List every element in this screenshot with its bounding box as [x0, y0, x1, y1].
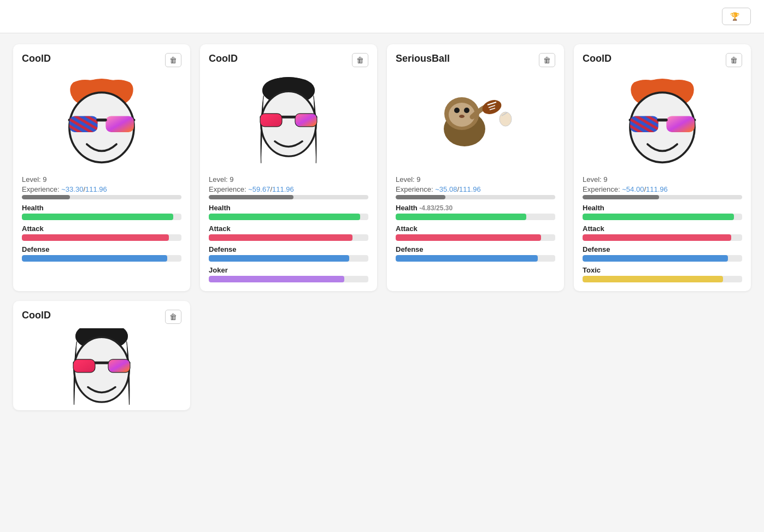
health-bar	[209, 214, 360, 220]
card-name: CoolD	[583, 53, 612, 64]
defense-label: Defense	[396, 245, 555, 253]
attack-bar-bg	[583, 234, 742, 241]
attack-label: Attack	[583, 224, 742, 233]
trophy-icon: 🏆	[730, 12, 739, 21]
defense-label: Defense	[209, 245, 368, 253]
card-name: SeriousBall	[396, 53, 450, 64]
health-label: Health	[209, 204, 368, 212]
svg-point-57	[454, 108, 460, 113]
emote-card-partial: CoolD 🗑	[13, 301, 190, 410]
exp-bar	[396, 195, 445, 199]
svg-rect-78	[657, 119, 668, 121]
exp-bar	[209, 195, 293, 199]
health-label: Health	[583, 204, 742, 212]
defense-bar-bg	[209, 255, 368, 262]
bottom-row: CoolD 🗑	[13, 301, 751, 410]
extra-label: Toxic	[583, 266, 742, 274]
delete-button[interactable]: 🗑	[165, 310, 181, 324]
exp-bar-bg	[209, 195, 368, 199]
svg-rect-52	[296, 114, 317, 126]
battle-logs-button[interactable]: 🏆	[722, 8, 751, 25]
health-bar-bg	[22, 214, 181, 220]
emote-image-area	[396, 72, 555, 170]
page-wrapper: 🏆 CoolD 🗑	[0, 0, 764, 421]
delete-button[interactable]: 🗑	[352, 53, 368, 67]
defense-label: Defense	[22, 245, 181, 253]
svg-rect-85	[109, 359, 130, 372]
health-bar	[22, 214, 173, 220]
health-label: Health -4.83/25.30	[396, 204, 555, 212]
exp-bar	[22, 195, 70, 199]
attack-bar-bg	[396, 234, 555, 241]
svg-rect-77	[666, 116, 695, 132]
level-text: Level: 9	[583, 175, 742, 184]
experience-text: Experience: ~33.30/111.96	[22, 185, 181, 193]
card-header: CoolD 🗑	[583, 53, 742, 67]
cards-grid: CoolD 🗑 Level: 9	[13, 44, 751, 291]
card-header: CoolD 🗑	[22, 53, 181, 67]
exp-bar-bg	[396, 195, 555, 199]
health-bar	[583, 214, 734, 220]
card-header: CoolD 🗑	[22, 310, 181, 324]
experience-text: Experience: ~59.67/111.96	[209, 185, 368, 193]
defense-label: Defense	[583, 245, 742, 253]
main-content: CoolD 🗑 Level: 9	[0, 33, 764, 421]
extra-bar	[583, 276, 723, 282]
svg-point-58	[464, 108, 469, 113]
svg-rect-50	[261, 114, 282, 126]
emote-image-area	[22, 72, 181, 170]
extra-bar-bg	[583, 276, 742, 282]
health-bar-bg	[583, 214, 742, 220]
svg-point-59	[459, 115, 465, 118]
delete-button[interactable]: 🗑	[726, 53, 742, 67]
emote-image-area	[209, 72, 368, 170]
defense-bar-bg	[396, 255, 555, 262]
health-bar-bg	[209, 214, 368, 220]
attack-bar	[22, 234, 169, 241]
defense-bar-bg	[583, 255, 742, 262]
level-text: Level: 9	[396, 175, 555, 184]
defense-bar	[209, 255, 349, 262]
health-bar-bg	[396, 214, 555, 220]
attack-label: Attack	[209, 224, 368, 233]
attack-bar	[583, 234, 731, 241]
attack-bar	[209, 234, 352, 241]
attack-label: Attack	[396, 224, 555, 233]
attack-label: Attack	[22, 224, 181, 233]
defense-bar	[396, 255, 538, 262]
health-bar	[396, 214, 526, 220]
attack-bar	[396, 234, 541, 241]
card-header: CoolD 🗑	[209, 53, 368, 67]
page-header: 🏆	[0, 0, 764, 33]
extra-bar	[209, 276, 344, 282]
extra-label: Joker	[209, 266, 368, 274]
emote-image-area	[22, 328, 181, 405]
extra-bar-bg	[209, 276, 368, 282]
card-name: CoolD	[209, 53, 238, 64]
card-name: CoolD	[22, 310, 51, 321]
level-text: Level: 9	[209, 175, 368, 184]
exp-bar-bg	[583, 195, 742, 199]
level-text: Level: 9	[22, 175, 181, 184]
experience-text: Experience: ~54.00/111.96	[583, 185, 742, 193]
delete-button[interactable]: 🗑	[165, 53, 181, 67]
emote-card: SeriousBall 🗑 Level: 9 Experience: ~35.0…	[387, 44, 564, 291]
emote-card: CoolD 🗑 Level: 9	[574, 44, 751, 291]
exp-bar	[583, 195, 659, 199]
defense-bar	[22, 255, 167, 262]
emote-card: CoolD 🗑 Level: 9	[13, 44, 190, 291]
svg-rect-44	[105, 116, 134, 132]
delete-button[interactable]: 🗑	[539, 53, 555, 67]
svg-rect-45	[96, 119, 107, 121]
card-name: CoolD	[22, 53, 51, 64]
svg-point-60	[480, 98, 503, 117]
exp-bar-bg	[22, 195, 181, 199]
attack-bar-bg	[209, 234, 368, 241]
health-label: Health	[22, 204, 181, 212]
defense-bar	[583, 255, 728, 262]
experience-text: Experience: ~35.08/111.96	[396, 185, 555, 193]
defense-bar-bg	[22, 255, 181, 262]
svg-rect-53	[283, 116, 295, 118]
svg-rect-83	[74, 359, 95, 372]
card-header: SeriousBall 🗑	[396, 53, 555, 67]
